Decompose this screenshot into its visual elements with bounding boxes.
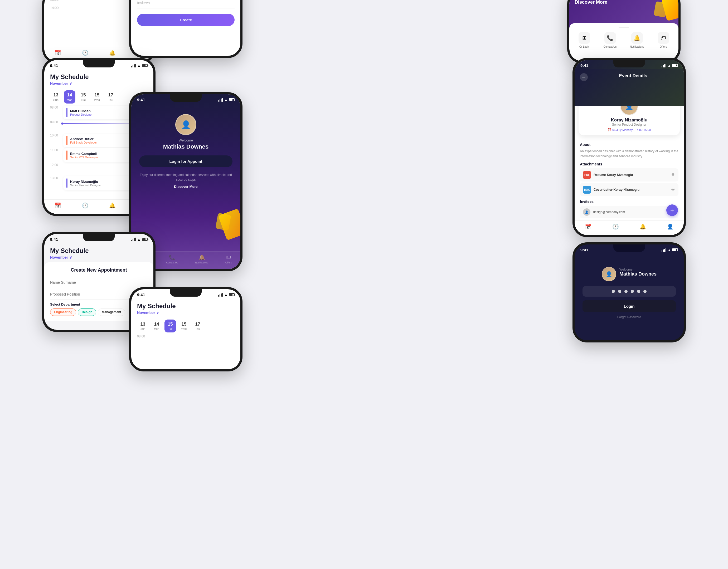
tag-icon-nav: 🏷	[226, 255, 231, 261]
schedule-header-bc: My Schedule November ∨	[131, 298, 240, 317]
notif-nav[interactable]: 🔔 Notifications	[195, 254, 208, 264]
time-1300: 13:00	[50, 176, 61, 180]
date-15-name: Tue	[81, 98, 86, 101]
current-time-dot	[61, 123, 63, 125]
date-15b[interactable]: 15 Wed	[91, 90, 103, 104]
calendar-icon: 📅	[55, 50, 61, 56]
nav-clock-ml[interactable]: 🕐	[82, 202, 89, 209]
profile-date: ⏰ 06 July Monday - 14:00-15:00	[608, 128, 651, 132]
contact-us-item-top[interactable]: 📞 Contact Us	[604, 32, 617, 48]
date-14[interactable]: 14 Mon	[64, 90, 75, 104]
month-selector[interactable]: November ∨	[50, 81, 148, 86]
nav-calendar-ml[interactable]: 📅	[55, 202, 61, 209]
invitee-email: design@company.com	[593, 210, 625, 214]
schedule-header-bl: My Schedule November ∨	[44, 243, 153, 262]
phone-icon: 📞	[604, 32, 616, 44]
time-0900: 09:00	[50, 120, 61, 124]
wifi-icon-bl: ▲	[137, 237, 141, 242]
offers-nav-label: Offers	[225, 261, 232, 264]
nav-cal-mr[interactable]: 📅	[585, 224, 591, 230]
schedule-title-bl: My Schedule	[50, 247, 148, 255]
date-13-name: Sun	[53, 98, 59, 101]
date-15-num: 15	[81, 93, 86, 98]
nav-bell[interactable]: 🔔	[109, 50, 116, 56]
date-bc-13[interactable]: 13Sun	[137, 319, 149, 332]
month-selector-bc[interactable]: November ∨	[137, 310, 235, 315]
eye-icon-doc[interactable]: 👁	[671, 187, 675, 192]
cal-icon-mr: 📅	[585, 224, 591, 230]
event-name-matt: Matt Duncan	[70, 109, 93, 113]
bell-icon-ml: 🔔	[109, 202, 116, 209]
tab-design[interactable]: Design	[78, 308, 96, 316]
contact-us-label-top: Contact Us	[604, 45, 617, 48]
forgot-password-link[interactable]: Forgot Password	[617, 315, 641, 319]
month-label: November	[50, 81, 68, 86]
welcome-tagline: Enjoy our different meeting and calendar…	[131, 167, 240, 195]
date-bc-15b[interactable]: 15Wed	[178, 319, 190, 332]
wifi-icon-mc: ▲	[224, 98, 228, 102]
event-name-andrew: Andrew Butler	[70, 137, 97, 141]
nav-prs-mr[interactable]: 👤	[667, 224, 673, 230]
pdf-name: Resume-Koray-Nizamoglu	[594, 173, 633, 177]
back-button[interactable]: ←	[580, 73, 588, 81]
event-bar-emma	[66, 151, 67, 160]
attachment-pdf[interactable]: PDF Resume-Koray-Nizamoglu 👁	[580, 168, 678, 182]
dark-login-btn[interactable]: Login	[583, 300, 676, 312]
plus-icon-mr: +	[670, 207, 674, 214]
date-13[interactable]: 13 Sun	[50, 90, 62, 104]
dot-4	[631, 290, 634, 293]
doc-badge: DOC	[583, 186, 591, 194]
nav-clk-mr[interactable]: 🕐	[612, 224, 619, 230]
event-details-title: Event Details	[588, 73, 678, 79]
battery-icon	[142, 64, 148, 67]
date-bc-15[interactable]: 15Tue	[164, 319, 176, 332]
contact-nav-label: Contact Us	[166, 261, 178, 264]
month-selector-bl[interactable]: November ∨	[50, 255, 148, 260]
offers-item-top[interactable]: 🏷 Offers	[658, 32, 669, 48]
discover-more-link[interactable]: Discover More	[139, 184, 232, 190]
month-label-bc: November	[137, 310, 155, 315]
date-17[interactable]: 17 Thu	[105, 90, 117, 104]
password-field[interactable]	[583, 286, 676, 296]
welcome-label: Welcome	[179, 138, 193, 142]
notch-br	[613, 245, 645, 252]
time-1100: 11:00	[50, 148, 61, 152]
dot-6	[643, 290, 647, 293]
wifi-icon-br: ▲	[667, 248, 671, 252]
tab-management[interactable]: Management	[98, 308, 125, 316]
bell-icon-nav: 🔔	[198, 254, 205, 261]
tab-engineering[interactable]: Engineering	[50, 308, 76, 316]
date-bc-14[interactable]: 14Mon	[151, 319, 162, 332]
notifications-item-top[interactable]: 🔔 Notifications	[630, 32, 644, 48]
name-input[interactable]	[50, 277, 148, 288]
qr-login-item[interactable]: ⊞ Qr Login	[579, 32, 590, 48]
invitees-input[interactable]: Invitees	[137, 0, 235, 8]
date-15[interactable]: 15 Tue	[77, 90, 89, 104]
event-header-bg: ← Event Details	[575, 69, 684, 106]
nav-bel-mr[interactable]: 🔔	[639, 224, 646, 230]
login-for-appoint-btn[interactable]: Login for Appoint	[139, 156, 232, 167]
bottom-nav-mr: 📅 🕐 🔔 👤	[575, 221, 684, 235]
dot-1	[612, 290, 615, 293]
battery-bc	[229, 293, 235, 296]
month-label-bl: November	[50, 255, 68, 260]
event-bar-koray	[66, 178, 67, 188]
phone-bottom-right: 9:41 ▲ 👤 Welcome Mathias Do	[572, 242, 686, 342]
pdf-badge: PDF	[583, 171, 591, 179]
about-text: An experienced designer with a demonstra…	[580, 149, 678, 159]
nav-calendar[interactable]: 📅	[55, 50, 61, 56]
wifi-icon-mr: ▲	[667, 64, 671, 68]
nav-bell-ml[interactable]: 🔔	[109, 202, 116, 209]
create-title: Create New Appointment	[50, 268, 148, 273]
time-1200: 12:00	[50, 163, 61, 167]
offers-nav[interactable]: 🏷 Offers	[225, 255, 232, 264]
nav-clock[interactable]: 🕐	[82, 50, 89, 56]
attachment-doc[interactable]: DOC Cover-Letter-Koray-Nizamoglu 👁	[580, 183, 678, 196]
create-button[interactable]: Create	[137, 14, 235, 26]
eye-icon-pdf[interactable]: 👁	[671, 173, 675, 177]
status-time: 9:41	[50, 63, 58, 68]
fab-mr[interactable]: +	[666, 205, 678, 216]
event-name-koray: Koray Nizamoğlu	[70, 180, 102, 184]
date-bc-17[interactable]: 17Thu	[192, 319, 203, 332]
contact-nav[interactable]: 📞 Contact Us	[166, 254, 178, 264]
